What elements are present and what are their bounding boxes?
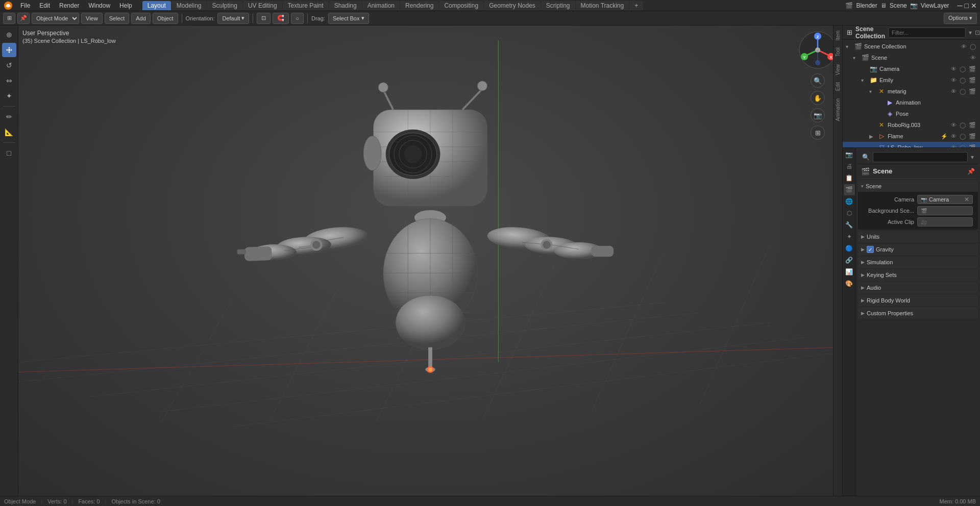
move-tool-btn[interactable] (2, 43, 16, 57)
prop-tab-output[interactable]: 🖨 (844, 161, 855, 172)
side-tab-edit[interactable]: Edit (834, 79, 842, 94)
outliner-filter-icon[interactable]: ▾ (969, 29, 972, 36)
rotate-tool-btn[interactable]: ↺ (2, 58, 16, 72)
audio-section-header[interactable]: ▶ Audio (858, 282, 978, 293)
outliner-item-metarig[interactable]: ▾ ✕ metarig 👁 ◯ 🎬 (843, 86, 980, 97)
minimize-icon[interactable]: ─ (958, 2, 963, 10)
outliner-item-roborig[interactable]: ✕ RoboRig.003 👁 ◯ 🎬 (843, 119, 980, 131)
menu-edit[interactable]: Edit (35, 1, 54, 10)
viewport-3d[interactable]: User Perspective (35) Scene Collection |… (18, 26, 842, 496)
select-icon[interactable]: ◯ (969, 43, 977, 50)
gravity-section-header[interactable]: ▶ ✓ Gravity (858, 244, 978, 255)
scene-section-header[interactable]: ▾ Scene (858, 181, 978, 192)
outliner-item-scene-collection[interactable]: ▾ 🎬 Scene Collection 👁 ◯ (843, 41, 980, 52)
outliner-item-animation[interactable]: ▶ Animation (843, 97, 980, 108)
cursor-tool-btn[interactable]: ⊕ (2, 28, 16, 42)
flame-vis[interactable]: 👁 (950, 133, 958, 140)
outliner-item-pose[interactable]: ◈ Pose (843, 108, 980, 119)
close-icon[interactable]: ✕ (971, 2, 977, 10)
proportional-edit-btn[interactable]: ○ (291, 13, 304, 24)
annotate-tool-btn[interactable]: ✏ (2, 110, 16, 124)
tab-motion-tracking[interactable]: Motion Tracking (576, 1, 629, 10)
prop-tab-data[interactable]: 📊 (844, 266, 855, 277)
object-mode-select[interactable]: Object Mode (32, 13, 79, 24)
prop-tab-render[interactable]: 📷 (844, 149, 855, 160)
visibility-icon[interactable]: 👁 (960, 43, 968, 50)
tab-layout[interactable]: Layout (142, 1, 171, 10)
prop-tab-world[interactable]: 🌐 (844, 196, 855, 207)
menu-render[interactable]: Render (55, 1, 83, 10)
prop-tab-scene[interactable]: 🎬 (844, 184, 855, 195)
scene-name-value[interactable]: Blender (856, 2, 877, 9)
zoom-btn[interactable]: 🔍 (811, 73, 825, 88)
measure-tool-btn[interactable]: 📐 (2, 125, 16, 139)
props-options-icon[interactable]: ▾ (971, 154, 974, 161)
tab-add[interactable]: + (629, 1, 643, 10)
roborig-sel[interactable]: ◯ (959, 122, 967, 129)
tab-uv-editing[interactable]: UV Editing (243, 1, 282, 10)
prop-tab-physics[interactable]: 🔵 (844, 243, 855, 254)
select-menu-btn[interactable]: Select (105, 13, 130, 24)
gravity-checkbox[interactable]: ✓ (867, 246, 874, 253)
orientation-dropdown[interactable]: Default ▾ (217, 13, 249, 24)
scene-vis-icon[interactable]: 👁 (969, 55, 977, 61)
tab-rendering[interactable]: Rendering (400, 1, 438, 10)
scene-name-label[interactable]: Scene (890, 2, 907, 9)
flame-render[interactable]: 🎬 (968, 133, 977, 140)
camera-field-value[interactable]: 📷 Camera ✕ (917, 195, 973, 204)
camera-close[interactable]: ✕ (964, 196, 969, 203)
drag-dropdown[interactable]: Select Box ▾ (328, 13, 369, 24)
toolbar-mode-icon[interactable]: ⊞ (3, 13, 15, 24)
pan-btn[interactable]: ✋ (811, 91, 825, 105)
side-tab-item[interactable]: Item (834, 28, 842, 43)
flame-sel[interactable]: ◯ (959, 133, 967, 140)
cam-sel-icon[interactable]: ◯ (959, 66, 967, 72)
rigid-body-world-header[interactable]: ▶ Rigid Body World (858, 295, 978, 306)
outliner-item-flame[interactable]: ▶ ▷ Flame ⚡ 👁 ◯ 🎬 (843, 131, 980, 142)
outliner-options-icon[interactable]: ⊡ (975, 29, 980, 36)
side-tab-view[interactable]: View (834, 61, 842, 79)
menu-help[interactable]: Help (115, 1, 136, 10)
emily-render-icon[interactable]: 🎬 (968, 77, 977, 84)
roborig-vis[interactable]: 👁 (950, 122, 958, 129)
prop-tab-modifier[interactable]: 🔧 (844, 219, 855, 231)
add-menu-btn[interactable]: Add (131, 13, 151, 24)
snap-toggle-btn[interactable]: 🧲 (273, 13, 289, 24)
tab-texture-paint[interactable]: Texture Paint (283, 1, 329, 10)
props-search-input[interactable] (873, 152, 968, 162)
camera-view-btn[interactable]: 📷 (811, 108, 825, 122)
prop-tab-material[interactable]: 🎨 (844, 278, 855, 289)
cam-render-icon[interactable]: 🎬 (968, 66, 977, 72)
maximize-icon[interactable]: □ (965, 2, 969, 10)
add-obj-tool-btn[interactable]: □ (2, 146, 16, 160)
tab-animation[interactable]: Animation (362, 1, 400, 10)
object-menu-btn[interactable]: Object (153, 13, 178, 24)
active-clip-value[interactable]: 🎥 (917, 217, 973, 226)
side-tab-animation[interactable]: Animation (834, 95, 842, 124)
simulation-section-header[interactable]: ▶ Simulation (858, 257, 978, 268)
tab-sculpting[interactable]: Sculpting (207, 1, 242, 10)
emily-sel-icon[interactable]: ◯ (959, 77, 967, 84)
emily-vis-icon[interactable]: 👁 (950, 77, 958, 84)
ls-vis[interactable]: 👁 (950, 144, 958, 148)
tab-compositing[interactable]: Compositing (439, 1, 483, 10)
prop-pin-icon[interactable]: 📌 (967, 168, 975, 175)
cam-vis-icon[interactable]: 👁 (950, 66, 958, 72)
roborig-render[interactable]: 🎬 (968, 122, 977, 129)
prop-tab-constraints[interactable]: 🔗 (844, 255, 855, 266)
flame-special-icon[interactable]: ⚡ (940, 133, 949, 140)
side-tab-tool[interactable]: Tool (834, 44, 842, 60)
metarig-vis[interactable]: 👁 (950, 88, 958, 95)
outliner-item-camera[interactable]: 📷 Camera 👁 ◯ 🎬 (843, 63, 980, 74)
viewlayer-label[interactable]: ViewLayer (921, 2, 949, 9)
nav-gizmo[interactable]: Z X Y (797, 30, 838, 70)
render-preview-btn[interactable]: ⊞ (811, 125, 825, 140)
blender-logo-icon[interactable] (3, 1, 13, 11)
view-menu-btn[interactable]: View (81, 13, 103, 24)
transform-tool-btn[interactable]: ✦ (2, 89, 16, 103)
outliner-search[interactable] (888, 28, 966, 38)
keying-sets-header[interactable]: ▶ Keying Sets (858, 269, 978, 281)
outliner-item-emily[interactable]: ▾ 📁 Emily 👁 ◯ 🎬 (843, 74, 980, 86)
tab-modeling[interactable]: Modeling (172, 1, 207, 10)
tab-scripting[interactable]: Scripting (541, 1, 575, 10)
